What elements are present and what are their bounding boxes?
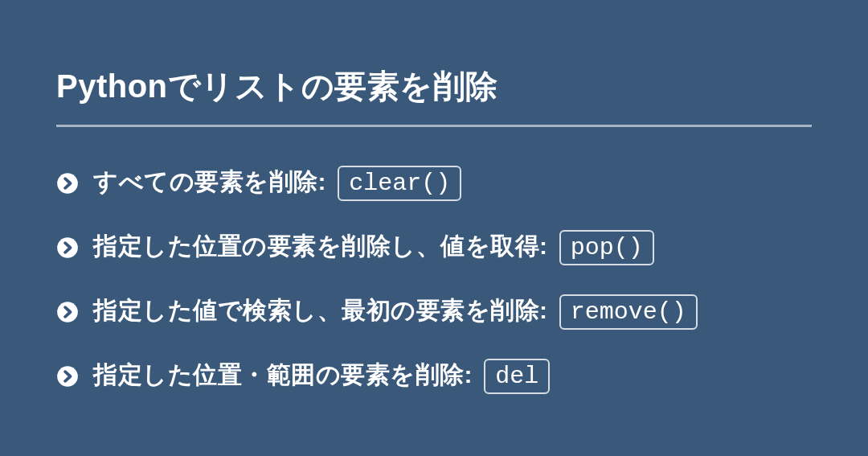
item-text: 指定した値で検索し、最初の要素を削除: (93, 297, 548, 323)
method-list: すべての要素を削除: clear() 指定した位置の要素を削除し、値を取得: p… (56, 166, 812, 394)
list-item: 指定した値で検索し、最初の要素を削除: remove() (56, 294, 812, 330)
code-token: remove() (559, 294, 698, 330)
chevron-circle-right-icon (56, 236, 79, 259)
page-title: Pythonでリストの要素を削除 (56, 64, 812, 127)
code-token: del (484, 359, 550, 394)
item-text: 指定した位置・範囲の要素を削除: (93, 361, 473, 388)
svg-point-1 (57, 237, 78, 258)
list-item: 指定した位置・範囲の要素を削除: del (56, 359, 812, 394)
list-item: すべての要素を削除: clear() (56, 166, 812, 201)
item-text: 指定した位置の要素を削除し、値を取得: (93, 232, 548, 259)
item-text: すべての要素を削除: (93, 168, 326, 195)
svg-point-3 (57, 366, 78, 387)
chevron-circle-right-icon (56, 365, 79, 388)
item-content: 指定した位置の要素を削除し、値を取得: pop() (93, 230, 654, 265)
item-content: すべての要素を削除: clear() (93, 166, 461, 201)
svg-point-2 (57, 302, 78, 322)
svg-point-0 (57, 173, 78, 194)
item-content: 指定した位置・範囲の要素を削除: del (93, 359, 550, 394)
chevron-circle-right-icon (56, 301, 79, 323)
chevron-circle-right-icon (56, 172, 79, 195)
list-item: 指定した位置の要素を削除し、値を取得: pop() (56, 230, 812, 265)
code-token: pop() (559, 230, 654, 265)
code-token: clear() (338, 166, 461, 201)
item-content: 指定した値で検索し、最初の要素を削除: remove() (93, 294, 698, 330)
